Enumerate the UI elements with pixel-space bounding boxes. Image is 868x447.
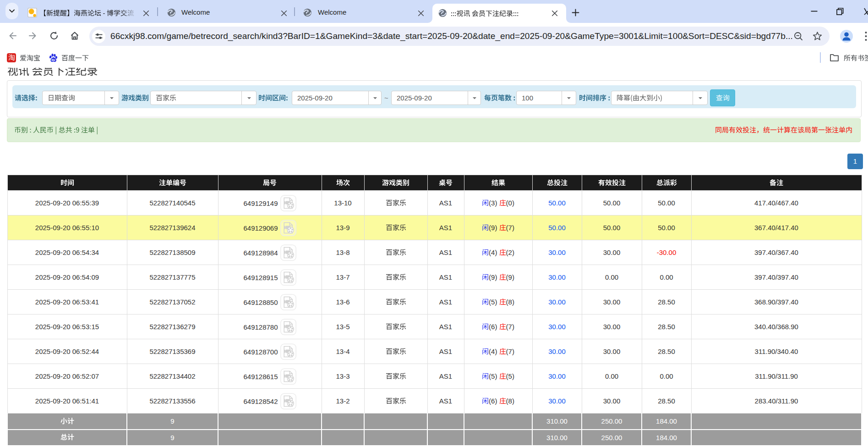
svg-text:du: du (51, 58, 55, 61)
